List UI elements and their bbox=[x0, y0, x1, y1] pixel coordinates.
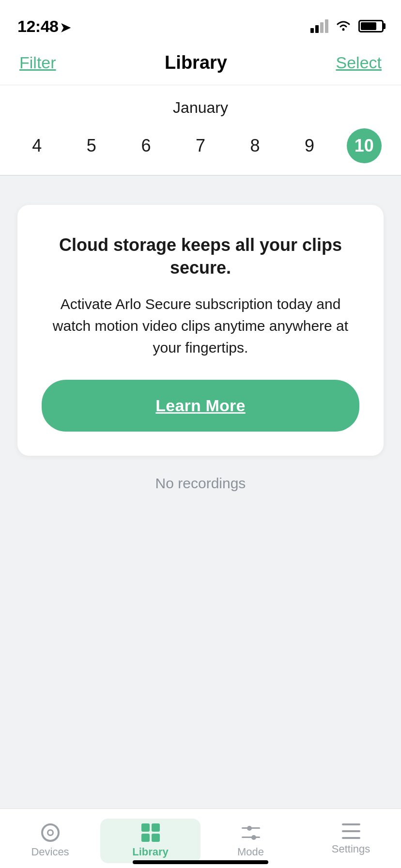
calendar-day-7[interactable]: 7 bbox=[183, 128, 218, 163]
devices-icon bbox=[41, 823, 60, 842]
tab-mode-label: Mode bbox=[237, 846, 264, 858]
calendar-day-10[interactable]: 10 bbox=[347, 128, 382, 163]
menu-line-3 bbox=[342, 837, 360, 839]
tab-bar: Devices Library Mode Settings bbox=[0, 808, 401, 868]
filter-button[interactable]: Filter bbox=[19, 53, 56, 72]
nav-header: Filter Library Select bbox=[0, 43, 401, 85]
home-indicator bbox=[133, 860, 268, 864]
tab-devices-label: Devices bbox=[31, 846, 69, 858]
slider-row-2 bbox=[242, 837, 260, 838]
tab-settings[interactable]: Settings bbox=[301, 819, 401, 860]
settings-icon bbox=[342, 823, 360, 839]
calendar-day-9[interactable]: 9 bbox=[292, 128, 327, 163]
cloud-card-description: Activate Arlo Secure subscription today … bbox=[42, 293, 359, 358]
cloud-storage-card: Cloud storage keeps all your clips secur… bbox=[17, 205, 384, 456]
svg-point-0 bbox=[342, 28, 345, 31]
battery-icon bbox=[358, 20, 384, 32]
wifi-icon bbox=[335, 18, 352, 34]
learn-more-label: Learn More bbox=[155, 396, 245, 415]
status-icons bbox=[310, 18, 384, 34]
calendar-month: January bbox=[10, 99, 391, 117]
no-recordings-text: No recordings bbox=[155, 475, 246, 492]
learn-more-button[interactable]: Learn More bbox=[42, 380, 359, 432]
grid-cell-3 bbox=[141, 834, 150, 842]
mode-icon bbox=[242, 823, 260, 842]
cloud-card-title: Cloud storage keeps all your clips secur… bbox=[42, 234, 359, 279]
slider-row-1 bbox=[242, 827, 260, 829]
calendar-days: 4 5 6 7 8 9 10 bbox=[10, 128, 391, 163]
status-bar: 12:48➤ bbox=[0, 0, 401, 43]
page-title: Library bbox=[165, 52, 227, 73]
grid-cell-4 bbox=[152, 834, 160, 842]
menu-line-2 bbox=[342, 830, 360, 832]
tab-mode[interactable]: Mode bbox=[200, 819, 301, 863]
location-icon: ➤ bbox=[60, 20, 71, 35]
main-content: Cloud storage keeps all your clips secur… bbox=[0, 176, 401, 511]
grid-cell-1 bbox=[141, 823, 150, 832]
calendar-day-8[interactable]: 8 bbox=[238, 128, 273, 163]
calendar-day-4[interactable]: 4 bbox=[19, 128, 54, 163]
status-time: 12:48➤ bbox=[17, 17, 71, 36]
select-button[interactable]: Select bbox=[336, 53, 382, 72]
calendar-day-6[interactable]: 6 bbox=[128, 128, 163, 163]
calendar-day-5[interactable]: 5 bbox=[74, 128, 109, 163]
devices-icon-inner bbox=[47, 829, 54, 836]
tab-settings-label: Settings bbox=[332, 843, 370, 855]
tab-library-label: Library bbox=[132, 846, 169, 858]
grid-cell-2 bbox=[152, 823, 160, 832]
library-icon bbox=[141, 823, 160, 842]
signal-icon bbox=[310, 19, 328, 33]
calendar-strip: January 4 5 6 7 8 9 10 bbox=[0, 85, 401, 175]
tab-library[interactable]: Library bbox=[100, 819, 200, 863]
tab-devices[interactable]: Devices bbox=[0, 819, 100, 863]
menu-line-1 bbox=[342, 823, 360, 825]
